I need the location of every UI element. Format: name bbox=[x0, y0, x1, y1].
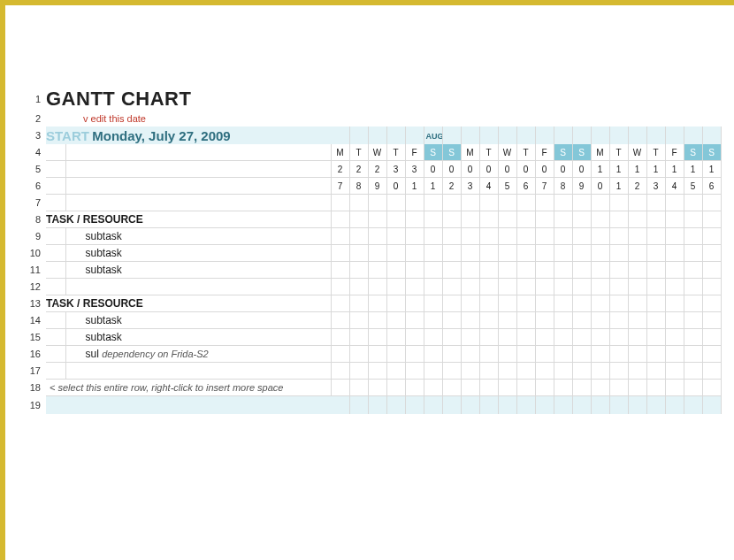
day-cell[interactable] bbox=[535, 228, 554, 245]
day-cell[interactable] bbox=[516, 380, 535, 396]
day-cell[interactable] bbox=[591, 228, 609, 245]
day-cell[interactable] bbox=[386, 346, 405, 363]
day-cell[interactable]: S bbox=[442, 144, 461, 161]
day-cell[interactable]: W bbox=[368, 144, 386, 161]
day-cell[interactable] bbox=[461, 312, 479, 329]
day-cell[interactable] bbox=[516, 312, 535, 329]
day-cell[interactable] bbox=[479, 295, 498, 312]
day-cell[interactable] bbox=[702, 262, 721, 279]
day-cell[interactable]: T bbox=[609, 144, 628, 161]
day-cell[interactable] bbox=[702, 380, 721, 396]
day-cell[interactable] bbox=[591, 295, 609, 312]
day-cell[interactable] bbox=[461, 363, 479, 380]
day-cell[interactable] bbox=[572, 295, 591, 312]
day-cell[interactable] bbox=[535, 127, 554, 144]
day-cell[interactable] bbox=[684, 211, 702, 228]
day-cell[interactable] bbox=[684, 312, 702, 329]
day-cell[interactable] bbox=[646, 329, 665, 346]
day-cell[interactable] bbox=[405, 262, 424, 279]
day-cell[interactable]: 0 bbox=[591, 178, 609, 195]
day-cell[interactable] bbox=[386, 228, 405, 245]
day-cell[interactable] bbox=[424, 346, 442, 363]
day-cell[interactable] bbox=[609, 262, 628, 279]
day-cell[interactable] bbox=[349, 295, 368, 312]
day-cell[interactable] bbox=[554, 329, 572, 346]
day-cell[interactable] bbox=[535, 211, 554, 228]
day-cell[interactable] bbox=[461, 295, 479, 312]
day-cell[interactable] bbox=[609, 363, 628, 380]
task-header-cell[interactable]: TASK / RESOURCE bbox=[46, 295, 331, 312]
day-cell[interactable] bbox=[479, 228, 498, 245]
day-cell[interactable] bbox=[424, 195, 442, 211]
day-cell[interactable] bbox=[461, 380, 479, 396]
day-cell[interactable] bbox=[442, 363, 461, 380]
day-cell[interactable]: 1 bbox=[609, 161, 628, 178]
day-cell[interactable] bbox=[405, 396, 424, 415]
day-cell[interactable] bbox=[702, 228, 721, 245]
day-cell[interactable] bbox=[405, 195, 424, 211]
day-cell[interactable] bbox=[554, 211, 572, 228]
day-cell[interactable] bbox=[628, 262, 646, 279]
day-cell[interactable]: 8 bbox=[554, 178, 572, 195]
day-cell[interactable] bbox=[572, 262, 591, 279]
day-cell[interactable] bbox=[479, 363, 498, 380]
day-cell[interactable]: 2 bbox=[628, 178, 646, 195]
day-cell[interactable]: 7 bbox=[331, 178, 349, 195]
day-cell[interactable] bbox=[349, 127, 368, 144]
day-cell[interactable]: S bbox=[554, 144, 572, 161]
day-cell[interactable] bbox=[684, 346, 702, 363]
day-cell[interactable] bbox=[442, 245, 461, 262]
day-cell[interactable] bbox=[609, 396, 628, 415]
day-cell[interactable] bbox=[349, 279, 368, 295]
row-number[interactable]: 3 bbox=[25, 127, 46, 144]
task-header-cell[interactable]: TASK / RESOURCE bbox=[46, 211, 331, 228]
row-number[interactable]: 15 bbox=[25, 329, 46, 346]
day-cell[interactable] bbox=[516, 329, 535, 346]
day-cell[interactable] bbox=[554, 396, 572, 415]
day-cell[interactable] bbox=[368, 262, 386, 279]
day-cell[interactable] bbox=[646, 363, 665, 380]
day-cell[interactable] bbox=[461, 396, 479, 415]
day-cell[interactable] bbox=[368, 396, 386, 415]
day-cell[interactable] bbox=[535, 195, 554, 211]
day-cell[interactable] bbox=[479, 329, 498, 346]
day-cell[interactable] bbox=[368, 245, 386, 262]
day-cell[interactable] bbox=[628, 329, 646, 346]
day-cell[interactable] bbox=[368, 346, 386, 363]
day-cell[interactable]: 9 bbox=[368, 178, 386, 195]
day-cell[interactable]: 1 bbox=[591, 161, 609, 178]
day-cell[interactable] bbox=[702, 295, 721, 312]
day-cell[interactable] bbox=[535, 245, 554, 262]
row-number[interactable]: 17 bbox=[25, 363, 46, 380]
day-cell[interactable] bbox=[405, 228, 424, 245]
day-cell[interactable] bbox=[702, 396, 721, 415]
day-cell[interactable] bbox=[684, 295, 702, 312]
day-cell[interactable]: 1 bbox=[628, 161, 646, 178]
day-cell[interactable] bbox=[516, 211, 535, 228]
day-cell[interactable] bbox=[665, 312, 684, 329]
day-cell[interactable] bbox=[665, 262, 684, 279]
day-cell[interactable] bbox=[554, 262, 572, 279]
day-cell[interactable] bbox=[665, 295, 684, 312]
day-cell[interactable] bbox=[572, 228, 591, 245]
day-cell[interactable]: 1 bbox=[684, 161, 702, 178]
day-cell[interactable] bbox=[646, 245, 665, 262]
day-cell[interactable]: F bbox=[665, 144, 684, 161]
day-cell[interactable] bbox=[331, 312, 349, 329]
day-cell[interactable] bbox=[442, 279, 461, 295]
day-cell[interactable]: M bbox=[591, 144, 609, 161]
day-cell[interactable] bbox=[646, 380, 665, 396]
subtask-cell[interactable]: subtask bbox=[65, 262, 331, 279]
day-cell[interactable] bbox=[424, 228, 442, 245]
day-cell[interactable]: M bbox=[461, 144, 479, 161]
day-cell[interactable] bbox=[665, 127, 684, 144]
day-cell[interactable] bbox=[479, 346, 498, 363]
day-cell[interactable]: 1 bbox=[665, 161, 684, 178]
row-number[interactable]: 19 bbox=[25, 396, 46, 415]
day-cell[interactable] bbox=[386, 312, 405, 329]
day-cell[interactable] bbox=[498, 295, 516, 312]
day-cell[interactable] bbox=[368, 211, 386, 228]
day-cell[interactable] bbox=[331, 262, 349, 279]
day-cell[interactable]: 7 bbox=[535, 178, 554, 195]
day-cell[interactable] bbox=[386, 245, 405, 262]
